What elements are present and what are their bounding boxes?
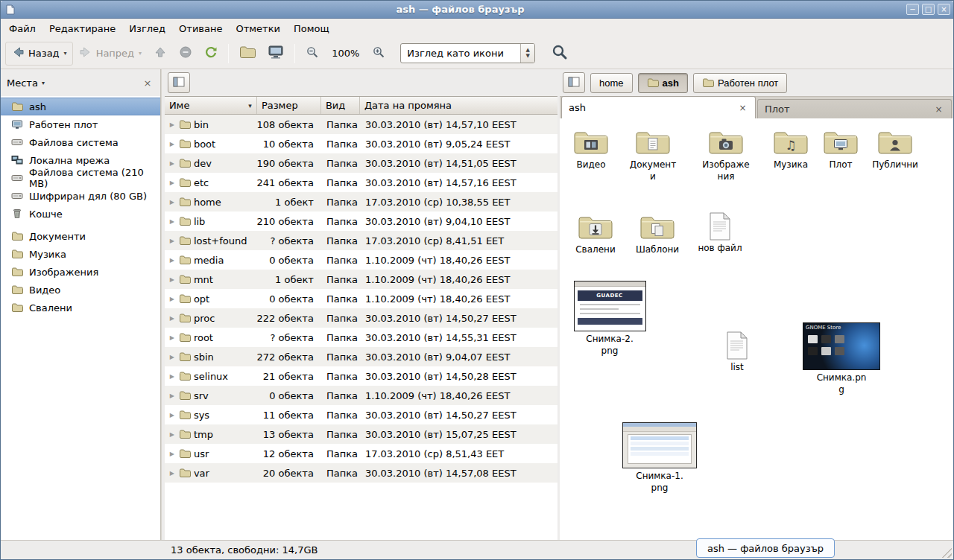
table-row[interactable]: ▶srv0 обектаПапка1.10.2009 (чт) 18,40,26… <box>165 386 557 405</box>
sidebar-item-1[interactable]: Работен плот <box>1 115 160 133</box>
breadcrumb-button-0[interactable]: home <box>590 73 633 93</box>
sidebar-item-5[interactable]: Шифриран дял (80 GB) <box>1 187 160 205</box>
table-row[interactable]: ▶sys11 обектаПапка30.03.2010 (вт) 14,50,… <box>165 405 557 424</box>
expander-icon[interactable]: ▶ <box>168 470 176 477</box>
menu-item-5[interactable]: Помощ <box>287 20 336 37</box>
forward-button[interactable]: Напред ▾ <box>73 42 148 66</box>
icon-view-item-1[interactable]: Документи <box>619 129 686 182</box>
sidebar-item-8[interactable]: Музика <box>1 245 160 263</box>
tab-close-icon[interactable]: × <box>737 102 748 113</box>
table-row[interactable]: ▶media0 обектаПапка1.10.2009 (чт) 18,40,… <box>165 250 557 270</box>
menu-item-1[interactable]: Редактиране <box>42 20 122 37</box>
icon-view-item-2[interactable]: Изображения <box>692 129 759 182</box>
up-button[interactable] <box>148 42 173 66</box>
menu-item-0[interactable]: Файл <box>2 20 42 37</box>
places-mode-dropdown-icon[interactable]: ▾ <box>42 80 45 86</box>
expander-icon[interactable]: ▶ <box>168 373 176 380</box>
sidebar-item-9[interactable]: Изображения <box>1 263 160 281</box>
location-toggle-button[interactable] <box>563 72 585 93</box>
table-row[interactable]: ▶var20 обектаПапка30.03.2010 (вт) 14,57,… <box>165 463 557 483</box>
table-row[interactable]: ▶usr12 обектаПапка17.03.2010 (ср) 8,51,4… <box>165 444 557 463</box>
icon-view-item-9[interactable]: GUADECСнимка-2.png <box>576 281 643 357</box>
back-button[interactable]: Назад ▾ <box>5 42 73 66</box>
table-row[interactable]: ▶bin108 обектаПапка30.03.2010 (вт) 14,57… <box>165 115 557 134</box>
menu-item-4[interactable]: Отметки <box>229 20 286 37</box>
table-row[interactable]: ▶proc222 обектаПапка30.03.2010 (вт) 14,5… <box>165 308 557 328</box>
menu-item-2[interactable]: Изглед <box>122 20 172 37</box>
icon-view-item-5[interactable]: Публични <box>862 129 929 171</box>
expander-icon[interactable]: ▶ <box>168 412 176 419</box>
sidebar-item-6[interactable]: Кошче <box>1 205 160 223</box>
table-row[interactable]: ▶lost+found? обектаПапка17.03.2010 (ср) … <box>165 231 557 250</box>
table-row[interactable]: ▶selinux21 обектаПапка30.03.2010 (вт) 14… <box>165 366 557 386</box>
sidebar-item-10[interactable]: Видео <box>1 281 160 299</box>
tab-1[interactable]: Плот× <box>757 99 952 118</box>
icon-view-item-8[interactable]: нов файл <box>686 212 754 255</box>
expander-icon[interactable]: ▶ <box>168 334 176 341</box>
expander-icon[interactable]: ▶ <box>168 238 176 244</box>
column-header-3[interactable]: Дата на промяна <box>360 97 557 114</box>
home-folder-button[interactable] <box>233 42 262 66</box>
expander-icon[interactable]: ▶ <box>168 141 176 147</box>
view-mode-select[interactable]: Изглед като икони ▲▼ <box>400 43 535 63</box>
sidebar-item-7[interactable]: Документи <box>1 227 160 245</box>
breadcrumb-button-2[interactable]: Работен плот <box>693 73 787 93</box>
expander-icon[interactable]: ▶ <box>168 354 176 360</box>
table-row[interactable]: ▶home1 обектПапка17.03.2010 (ср) 10,38,5… <box>165 192 557 211</box>
table-row[interactable]: ▶dev190 обектаПапка30.03.2010 (вт) 14,51… <box>165 153 557 173</box>
maximize-button[interactable]: □ <box>922 4 935 15</box>
resize-grip[interactable] <box>941 547 952 558</box>
expander-icon[interactable]: ▶ <box>168 179 176 186</box>
column-header-2[interactable]: Вид <box>321 97 360 114</box>
zoom-out-button[interactable] <box>300 42 325 66</box>
expander-icon[interactable]: ▶ <box>168 276 176 283</box>
expander-icon[interactable]: ▶ <box>168 199 176 206</box>
menu-item-3[interactable]: Отиване <box>172 20 229 37</box>
table-row[interactable]: ▶boot10 обектаПапка30.03.2010 (вт) 9,05,… <box>165 134 557 153</box>
tab-0[interactable]: ash× <box>561 96 756 118</box>
icon-view-item-11[interactable]: GNOME StoreСнимка.png <box>808 322 875 395</box>
combo-spinner-icon[interactable]: ▲▼ <box>520 44 534 63</box>
back-dropdown-icon[interactable]: ▾ <box>64 50 67 57</box>
zoom-in-button[interactable] <box>366 42 391 66</box>
icon-view-item-10[interactable]: list <box>704 331 771 374</box>
expander-icon[interactable]: ▶ <box>168 431 176 438</box>
sidebar-item-11[interactable]: Свалени <box>1 299 160 316</box>
breadcrumb-button-1[interactable]: ash <box>638 73 688 93</box>
icon-view-item-6[interactable]: Свалени <box>562 214 629 256</box>
table-row[interactable]: ▶etc241 обектаПапка30.03.2010 (вт) 14,57… <box>165 173 557 192</box>
sidebar-item-2[interactable]: Файлова система <box>1 133 160 151</box>
search-button[interactable] <box>546 42 574 66</box>
tab-close-icon[interactable]: × <box>933 104 944 115</box>
table-row[interactable]: ▶mnt1 обектПапка1.10.2009 (чт) 18,40,26 … <box>165 270 557 289</box>
icon-view[interactable]: ВидеоДокументиИзображения♫МузикаПлотПубл… <box>560 118 953 540</box>
expander-icon[interactable]: ▶ <box>168 451 176 457</box>
table-row[interactable]: ▶opt0 обектаПапка1.10.2009 (чт) 18,40,26… <box>165 289 557 308</box>
table-row[interactable]: ▶tmp13 обектаПапка30.03.2010 (вт) 15,07,… <box>165 424 557 444</box>
location-toggle-button[interactable] <box>168 72 190 93</box>
column-header-1[interactable]: Размер <box>257 97 321 114</box>
expander-icon[interactable]: ▶ <box>168 160 176 167</box>
titlebar[interactable]: ash — файлов браузър − □ × <box>1 1 953 19</box>
icon-view-item-12[interactable]: Снимка-1.png <box>626 422 693 494</box>
sidebar-item-0[interactable]: ash <box>1 98 160 115</box>
table-row[interactable]: ▶sbin272 обектаПапка30.03.2010 (вт) 9,04… <box>165 347 557 366</box>
close-button[interactable]: × <box>938 4 950 15</box>
expander-icon[interactable]: ▶ <box>168 257 176 264</box>
icon-view-item-0[interactable]: Видео <box>560 129 625 171</box>
forward-dropdown-icon[interactable]: ▾ <box>139 50 142 57</box>
icon-view-item-7[interactable]: Шаблони <box>624 214 691 256</box>
table-row[interactable]: ▶root? обектаПапка30.03.2010 (вт) 14,55,… <box>165 328 557 347</box>
stop-button[interactable] <box>173 42 198 66</box>
expander-icon[interactable]: ▶ <box>168 392 176 399</box>
expander-icon[interactable]: ▶ <box>168 315 176 322</box>
column-header-0[interactable]: Име▾ <box>165 97 257 114</box>
minimize-button[interactable]: − <box>906 4 919 15</box>
expander-icon[interactable]: ▶ <box>168 218 176 225</box>
reload-button[interactable] <box>198 42 224 66</box>
expander-icon[interactable]: ▶ <box>168 296 176 302</box>
places-close-icon[interactable]: × <box>141 76 154 89</box>
expander-icon[interactable]: ▶ <box>168 121 176 128</box>
sidebar-item-4[interactable]: Файлова система (210 MB) <box>1 169 160 187</box>
computer-button[interactable] <box>262 42 290 66</box>
